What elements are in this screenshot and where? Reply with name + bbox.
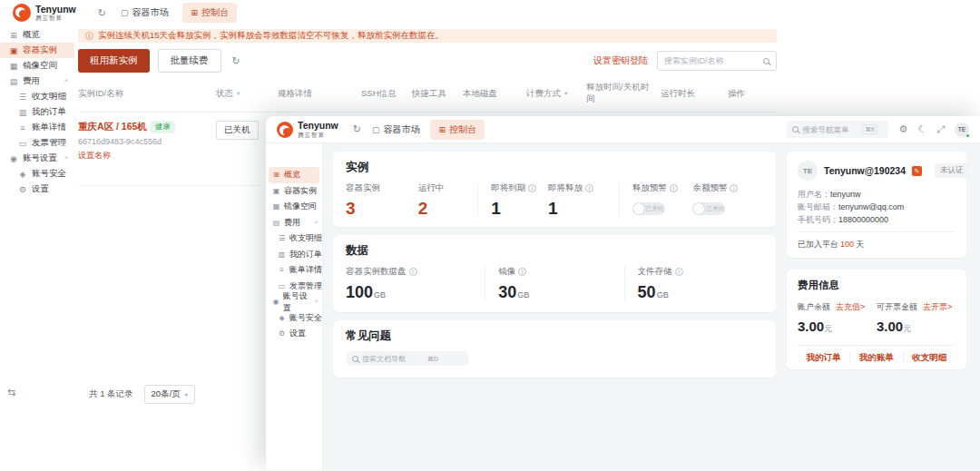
info-icon[interactable]: i xyxy=(585,184,593,192)
edit-icon[interactable]: ✎ xyxy=(912,166,922,176)
sidebar-item-income-details[interactable]: ☰ 收支明细 xyxy=(0,89,74,104)
tab-container-market[interactable]: ▢ 容器市场 xyxy=(121,6,169,19)
batch-renew-button[interactable]: 批量续费 xyxy=(158,49,221,73)
avatar: TE xyxy=(798,161,818,181)
info-icon[interactable]: i xyxy=(528,184,536,192)
release-alert-toggle[interactable]: 已关闭 xyxy=(632,202,665,215)
refresh-icon[interactable]: ↻ xyxy=(98,7,106,19)
unverified-badge: 未认证 xyxy=(935,163,969,178)
instance-search-box[interactable] xyxy=(657,51,777,71)
sidebar-item-income-details[interactable]: ☰ 收支明细 xyxy=(266,231,322,247)
refresh-icon[interactable]: ↻ xyxy=(232,55,240,67)
info-icon[interactable]: i xyxy=(409,268,417,276)
sidebar-item-bill-details[interactable]: ≡ 账单详情 xyxy=(266,262,322,279)
info-icon[interactable]: i xyxy=(518,268,526,276)
brand-subtitle: 腾云智算 xyxy=(35,15,76,22)
tab-console-label: 控制台 xyxy=(201,6,229,19)
status-filter[interactable]: 状态 ▼ xyxy=(216,82,278,105)
set-key-login-link[interactable]: 设置密钥登陆 xyxy=(593,54,648,67)
tab-container-market[interactable]: ▢ 容器市场 xyxy=(372,123,420,136)
dark-mode-icon[interactable]: ☾ xyxy=(917,123,926,135)
billing-icon: ▤ xyxy=(9,77,18,86)
sidebar-item-bill-details[interactable]: ≡ 账单详情 xyxy=(0,120,74,135)
sidebar-item-settings[interactable]: ⚙ 设置 xyxy=(0,182,74,197)
billing-icon: ▤ xyxy=(272,219,280,227)
instance-search-input[interactable] xyxy=(664,56,760,65)
sidebar-item-images[interactable]: ▦ 镜像空间 xyxy=(266,199,322,215)
fullscreen-icon[interactable]: ⤢ xyxy=(936,123,945,135)
sidebar-group-billing[interactable]: ▤ 费用 ^ xyxy=(0,74,74,89)
income-details-link[interactable]: 收支明细 xyxy=(904,352,956,364)
search-icon xyxy=(792,126,799,132)
instance-name[interactable]: 重庆A区 / 165机 xyxy=(78,121,147,133)
sidebar-item-account-security[interactable]: ◈ 账号安全 xyxy=(266,310,322,327)
stat-value: 1 xyxy=(491,200,543,217)
invoices-icon: ▭ xyxy=(18,139,27,148)
faq-search-input[interactable] xyxy=(362,355,422,363)
tab-console-label: 控制台 xyxy=(449,123,476,136)
nav-search-input[interactable] xyxy=(802,125,858,134)
back-topbar: Tenyunw 腾云智算 ↻ ▢ 容器市场 ⊞ 控制台 xyxy=(0,0,726,25)
rent-new-instance-button[interactable]: 租用新实例 xyxy=(78,49,150,73)
stat-container-instances: 容器实例 3 xyxy=(346,182,418,217)
joined-days: 已加入平台100天 xyxy=(798,231,956,258)
settings-icon: ⚙ xyxy=(278,329,286,338)
info-icon[interactable]: i xyxy=(670,184,678,192)
card-title: 费用信息 xyxy=(798,279,956,292)
refresh-icon[interactable]: ↻ xyxy=(353,123,361,135)
brand-logo-icon xyxy=(13,4,31,22)
sidebar-collapse-icon[interactable]: ⇆ xyxy=(7,387,15,398)
card-title: 数据 xyxy=(346,243,763,259)
release-alert: 释放预警 i 已关闭 xyxy=(619,182,693,217)
tab-console[interactable]: ⊞ 控制台 xyxy=(430,120,485,140)
my-orders-link[interactable]: 我的订单 xyxy=(798,352,849,364)
sidebar-item-invoices[interactable]: ▭ 发票管理 xyxy=(0,135,74,151)
billing-filter[interactable]: 计费方式 ▼ xyxy=(526,82,586,105)
recharge-link[interactable]: 去充值> xyxy=(836,301,865,313)
info-icon[interactable]: i xyxy=(730,184,738,192)
chevron-up-icon: ^ xyxy=(64,77,68,85)
notice-text: 实例连续关机15天会释放实例，实例释放会导致数据清空不可恢复，释放前实例在数据在… xyxy=(98,30,444,42)
health-badge: 健康 xyxy=(151,121,175,133)
page-size-select[interactable]: 20条/页 ▾ xyxy=(144,385,195,404)
online-status-dot xyxy=(965,133,970,138)
sidebar-item-settings[interactable]: ⚙ 设置 xyxy=(266,326,322,342)
sidebar-item-account-security[interactable]: ◈ 账号安全 xyxy=(0,166,74,182)
my-bills-link[interactable]: 我的账单 xyxy=(849,352,903,364)
gear-icon[interactable]: ⚙ xyxy=(898,123,907,135)
sidebar-item-my-orders[interactable]: ▥ 我的订单 xyxy=(0,104,74,120)
sidebar-item-instances[interactable]: ▣ 容器实例 xyxy=(266,183,322,200)
data-item-instance-disk: 容器实例数据盘 i 100GB xyxy=(346,266,485,300)
account-icon: ◉ xyxy=(9,154,18,163)
sidebar-item-images[interactable]: ▦ 镜像空间 xyxy=(0,58,74,74)
invoice-link[interactable]: 去开票> xyxy=(923,301,952,313)
front-sidebar: ⊞ 概览 ▣ 容器实例 ▦ 镜像空间 ▤ 费用 ^ ☰ xyxy=(266,143,323,470)
bill-details-icon: ≡ xyxy=(278,266,286,274)
sidebar-item-overview[interactable]: ⊞ 概览 xyxy=(269,167,319,183)
sidebar-item-instances[interactable]: ▣ 容器实例 xyxy=(0,43,74,58)
account-name: Tenyunw@190234 xyxy=(824,165,906,176)
sidebar-group-account[interactable]: ◉ 账号设置 ^ xyxy=(0,151,74,166)
filter-icon: ▼ xyxy=(564,91,568,96)
brand-subtitle: 腾云智算 xyxy=(298,132,338,139)
console-icon: ⊞ xyxy=(191,8,198,17)
sidebar-group-billing[interactable]: ▤ 费用 ^ xyxy=(266,215,322,231)
set-name-link[interactable]: 设置名称 xyxy=(78,150,211,162)
balance-alert-toggle[interactable]: 已关闭 xyxy=(692,202,725,215)
nav-search-box[interactable]: ⌘K xyxy=(787,121,888,138)
avatar[interactable]: TE xyxy=(955,123,969,137)
tab-console[interactable]: ⊞ 控制台 xyxy=(182,3,237,23)
sidebar-item-overview[interactable]: ⊞ 概览 xyxy=(0,27,74,43)
instance-name-cell: 重庆A区 / 165机 健康 66716d9483-9c4c556d 设置名称 xyxy=(78,121,216,175)
sidebar-group-account[interactable]: ◉ 账号设置 ^ xyxy=(266,294,322,310)
filter-icon: ▼ xyxy=(236,91,240,96)
sidebar-item-my-orders[interactable]: ▥ 我的订单 xyxy=(266,247,322,263)
user-card: TE Tenyunw@190234 ✎ 未认证 用户名：tenyunw 账号邮箱 xyxy=(787,152,966,258)
user-field-phone: 手机号码：18800000000 xyxy=(798,213,956,226)
user-field-username: 用户名：tenyunw xyxy=(798,188,956,201)
front-topbar: Tenyunw 腾云智算 ↻ ▢ 容器市场 ⊞ 控制台 ⌘K ⚙ ☾ xyxy=(266,116,980,143)
security-icon: ◈ xyxy=(278,314,286,322)
data-item-images: 镜像 i 30GB xyxy=(485,266,623,300)
faq-search-box[interactable]: ⌘D xyxy=(346,351,469,366)
info-icon[interactable]: i xyxy=(675,268,683,276)
